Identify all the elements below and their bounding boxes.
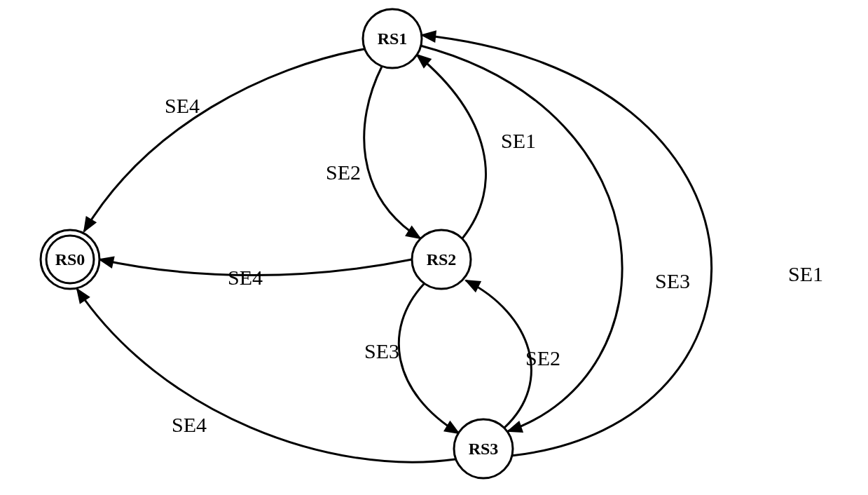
edge-label-rs2-rs1-se1: SE1 <box>501 129 536 152</box>
node-rs0: RS0 <box>41 230 99 289</box>
edge-path-rs1-rs0-se4 <box>84 49 364 231</box>
edge-path-rs1-rs2-se2 <box>364 67 420 238</box>
edge-rs3-rs1-se1: SE1 <box>422 35 823 456</box>
edge-path-rs2-rs1-se1 <box>417 55 485 238</box>
edge-path-rs3-rs2-se2 <box>466 280 531 428</box>
edge-label-rs1-rs3-se3: SE3 <box>655 269 690 292</box>
node-label-rs1: RS1 <box>378 29 408 48</box>
edge-label-rs3-rs2-se2: SE2 <box>525 346 560 369</box>
node-rs3: RS3 <box>454 419 513 478</box>
edge-rs3-rs0-se4: SE4 <box>77 289 455 462</box>
edge-label-rs1-rs0-se4: SE4 <box>165 94 200 117</box>
edge-label-rs1-rs2-se2: SE2 <box>326 161 361 184</box>
edge-rs2-rs3-se3: SE3 <box>364 284 459 433</box>
node-rs2: RS2 <box>412 230 471 289</box>
node-label-rs3: RS3 <box>469 440 499 458</box>
edge-rs2-rs0-se4: SE4 <box>99 259 412 289</box>
edge-label-rs2-rs3-se3: SE3 <box>364 339 399 362</box>
edge-rs3-rs2-se2: SE2 <box>466 280 560 428</box>
edge-rs1-rs2-se2: SE2 <box>326 67 420 238</box>
state-diagram: SE4SE4SE4SE2SE1SE3SE2SE1SE3 RS0RS1RS2RS3 <box>0 0 868 495</box>
node-label-rs2: RS2 <box>427 250 457 269</box>
node-rs1: RS1 <box>363 9 422 68</box>
edge-label-rs3-rs0-se4: SE4 <box>172 413 207 436</box>
edge-rs2-rs1-se1: SE1 <box>417 55 536 238</box>
edge-label-rs2-rs0-se4: SE4 <box>228 266 263 289</box>
edge-rs1-rs0-se4: SE4 <box>84 49 364 231</box>
node-label-rs0: RS0 <box>55 250 85 269</box>
edge-path-rs3-rs0-se4 <box>77 289 455 462</box>
edge-path-rs2-rs3-se3 <box>399 284 459 433</box>
edge-label-rs3-rs1-se1: SE1 <box>788 262 823 285</box>
